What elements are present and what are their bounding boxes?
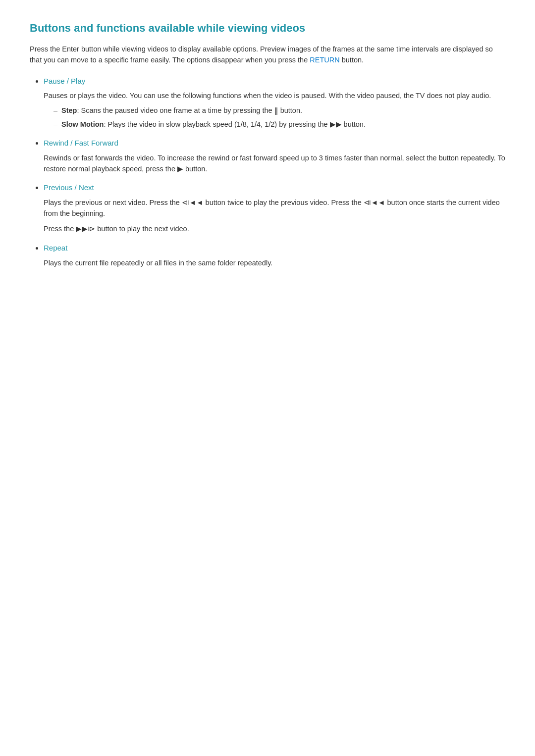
sub-item-slow-motion: Slow Motion: Plays the video in slow pla… [54, 119, 505, 130]
previous-label: Previous [44, 183, 72, 192]
pause-label: Pause [44, 77, 65, 85]
return-link[interactable]: RETURN [310, 56, 339, 64]
item-title-rewind-ff: Rewind / Fast Forward [44, 139, 118, 147]
pause-play-sub-list: Step: Scans the paused video one frame a… [44, 105, 505, 130]
item-title-pause-play: Pause / Play [44, 77, 85, 85]
repeat-desc: Plays the current file repeatedly or all… [44, 258, 505, 269]
list-item-pause-play: Pause / Play Pauses or plays the video. … [44, 76, 505, 130]
fast-forward-label: Fast Forward [75, 139, 118, 147]
previous-next-desc: Plays the previous or next video. Press … [44, 198, 505, 219]
step-desc: : Scans the paused video one frame at a … [77, 106, 302, 114]
page-title: Buttons and functions available while vi… [30, 20, 505, 36]
intro-paragraph: Press the Enter button while viewing vid… [30, 44, 505, 66]
slow-motion-label: Slow Motion [61, 120, 104, 128]
pause-play-desc: Pauses or plays the video. You can use t… [44, 91, 505, 101]
separator-0: / [65, 77, 71, 85]
previous-next-desc2: Press the ▶▶⧐ button to play the next vi… [44, 224, 505, 235]
step-label: Step [61, 106, 77, 114]
play-label: Play [71, 77, 85, 85]
sub-item-step: Step: Scans the paused video one frame a… [54, 105, 505, 116]
separator-1: / [68, 139, 75, 147]
slow-motion-desc: : Plays the video in slow playback speed… [104, 120, 366, 128]
item-title-repeat: Repeat [44, 244, 67, 252]
repeat-label: Repeat [44, 244, 67, 252]
next-label: Next [79, 183, 94, 192]
features-list: Pause / Play Pauses or plays the video. … [30, 76, 505, 269]
intro-text-before: Press the Enter button while viewing vid… [30, 45, 493, 64]
list-item-rewind-ff: Rewind / Fast Forward Rewinds or fast fo… [44, 138, 505, 174]
item-title-previous-next: Previous / Next [44, 183, 94, 192]
rewind-label: Rewind [44, 139, 68, 147]
list-item-repeat: Repeat Plays the current file repeatedly… [44, 243, 505, 268]
separator-2: / [72, 183, 79, 192]
rewind-ff-desc: Rewinds or fast forwards the video. To i… [44, 153, 505, 175]
intro-text-after: button. [340, 56, 364, 64]
list-item-previous-next: Previous / Next Plays the previous or ne… [44, 182, 505, 235]
